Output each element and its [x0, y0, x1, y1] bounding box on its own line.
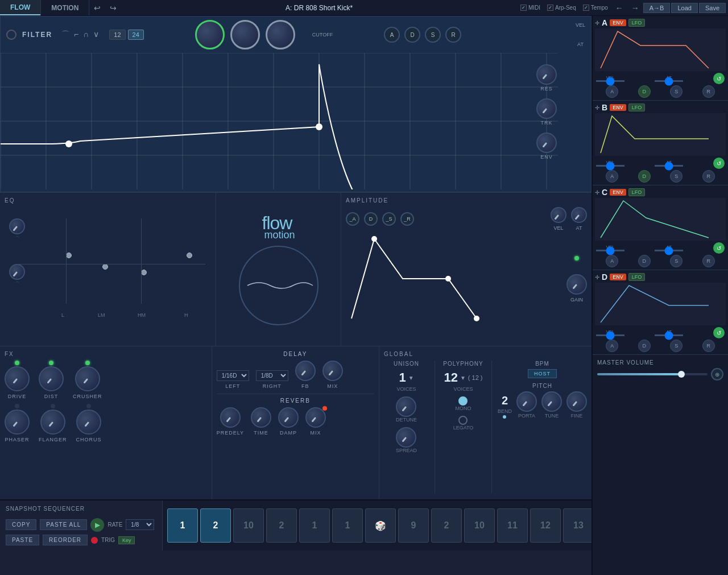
plus-icon-a[interactable]: ✛ — [595, 20, 599, 26]
filter-adsr-r[interactable]: R — [445, 27, 461, 43]
drive-led[interactable] — [15, 361, 19, 365]
master-volume-slider[interactable] — [597, 373, 708, 375]
refresh-btn-c[interactable]: ↺ — [713, 242, 725, 254]
at-slider-c[interactable] — [655, 250, 683, 251]
lfo-btn-c[interactable]: LFO — [628, 188, 646, 196]
bpm-host-badge[interactable]: HOST — [528, 369, 557, 378]
adsr-r-d[interactable]: R — [702, 340, 715, 352]
amp-active-led[interactable] — [574, 256, 579, 260]
tab-motion[interactable]: MOTION — [41, 0, 89, 15]
seq-step-1[interactable]: 1 — [167, 508, 198, 543]
amp-at-knob[interactable] — [571, 207, 587, 223]
at-slider-b[interactable] — [655, 165, 683, 167]
adsr-d-a[interactable]: D — [638, 85, 651, 98]
env-btn-a[interactable]: ENV — [610, 19, 626, 26]
lfo-btn-a[interactable]: LFO — [628, 19, 646, 27]
eq-dot-lm[interactable] — [102, 264, 108, 270]
unison-detune-knob[interactable] — [396, 396, 416, 417]
porta-knob[interactable] — [516, 391, 537, 412]
amp-adsr-s[interactable]: _S — [382, 212, 396, 226]
adsr-s-c[interactable]: S — [670, 255, 682, 267]
adsr-d-b[interactable]: D — [638, 170, 651, 183]
refresh-btn-b[interactable]: ↺ — [713, 158, 725, 169]
phaser-knob[interactable] — [5, 409, 30, 435]
adsr-d-c[interactable]: D — [638, 255, 651, 267]
paste-button[interactable]: PASTE — [6, 535, 39, 545]
eq-dot-l[interactable] — [66, 253, 72, 258]
rate-select[interactable]: 1/81/41/16 — [126, 519, 154, 530]
tune-knob[interactable] — [541, 391, 562, 412]
volume-thumb[interactable] — [678, 371, 685, 378]
slope-24-button[interactable]: 24 — [128, 30, 144, 40]
drive-knob[interactable] — [5, 366, 30, 391]
vel-slider-b[interactable] — [596, 165, 624, 167]
volume-knob-icon[interactable]: ⊕ — [711, 368, 723, 380]
adsr-s-a[interactable]: S — [670, 85, 682, 98]
dist-knob[interactable] — [39, 366, 64, 391]
seq-step-9[interactable]: 2 — [431, 508, 462, 543]
plus-icon-c[interactable]: ✛ — [595, 189, 599, 196]
adsr-a-c[interactable]: A — [606, 255, 618, 267]
chorus-led[interactable] — [86, 404, 91, 408]
res-knob[interactable] — [536, 64, 557, 85]
lfo-btn-b[interactable]: LFO — [628, 104, 646, 111]
nav-right-button[interactable]: → — [627, 0, 643, 16]
filter-adsr-a[interactable]: A — [384, 27, 400, 43]
wave-highpass[interactable]: ⌐ — [74, 30, 78, 40]
adsr-r-b[interactable]: R — [702, 170, 715, 183]
eq-low-knob[interactable] — [9, 218, 25, 234]
seq-step-8[interactable]: 9 — [398, 508, 429, 543]
delay-mix-knob[interactable] — [322, 361, 343, 381]
midi-check[interactable]: MIDI — [520, 5, 540, 11]
flanger-knob[interactable] — [40, 409, 65, 435]
seq-step-2[interactable]: 2 — [200, 508, 231, 543]
flow-circle[interactable] — [239, 246, 318, 325]
vel-slider-a[interactable] — [596, 80, 624, 82]
refresh-btn-a[interactable]: ↺ — [713, 73, 725, 84]
filter-adsr-s[interactable]: S — [425, 27, 441, 43]
undo-button[interactable]: ↩ — [89, 0, 105, 16]
seq-step-7[interactable]: 🎲 — [365, 508, 396, 543]
seq-step-10[interactable]: 10 — [464, 508, 495, 543]
adsr-d-d[interactable]: D — [638, 340, 651, 352]
delay-fb-knob[interactable] — [295, 361, 316, 381]
tempo-check[interactable]: Tempo — [583, 5, 608, 11]
filter-power-button[interactable] — [6, 30, 16, 40]
midi-checkbox[interactable] — [520, 5, 527, 11]
paste-all-button[interactable]: PASTE ALL — [40, 519, 87, 530]
crusher-led[interactable] — [85, 361, 90, 365]
reverb-predely-knob[interactable] — [220, 407, 241, 428]
adsr-r-c[interactable]: R — [702, 255, 715, 267]
cutoff-knob-1[interactable] — [195, 20, 225, 49]
filter-adsr-d[interactable]: D — [404, 27, 420, 43]
copy-button[interactable]: COPY — [6, 519, 36, 530]
legato-indicator[interactable] — [458, 416, 468, 425]
seq-step-13[interactable]: 13 — [563, 508, 592, 543]
env-btn-c[interactable]: ENV — [610, 189, 626, 196]
adsr-a-b[interactable]: A — [606, 170, 618, 183]
lfo-btn-d[interactable]: LFO — [628, 273, 646, 281]
trk-knob[interactable] — [536, 98, 557, 119]
cutoff-knob-3[interactable] — [266, 20, 295, 49]
reorder-button[interactable]: REORDER — [43, 535, 88, 545]
amp-adsr-r[interactable]: _R — [400, 212, 414, 226]
crusher-knob[interactable] — [75, 366, 100, 391]
phaser-led[interactable] — [15, 404, 19, 408]
tempo-checkbox[interactable] — [583, 5, 589, 11]
amp-adsr-a[interactable]: _A — [346, 212, 359, 226]
save-button[interactable]: Save — [699, 3, 726, 13]
delay-left-select[interactable]: 1/16D1/8D1/4 — [217, 370, 249, 381]
chorus-knob[interactable] — [76, 409, 101, 435]
eq-high-knob[interactable] — [9, 264, 25, 280]
env-btn-d[interactable]: ENV — [610, 274, 626, 280]
adsr-s-d[interactable]: S — [670, 340, 682, 352]
plus-icon-b[interactable]: ✛ — [595, 105, 599, 111]
adsr-a-d[interactable]: A — [606, 340, 618, 352]
seq-step-11[interactable]: 11 — [497, 508, 528, 543]
flanger-led[interactable] — [51, 404, 55, 408]
vel-slider-c[interactable] — [596, 250, 624, 251]
reverb-damp-knob[interactable] — [278, 407, 299, 428]
redo-button[interactable]: ↪ — [105, 0, 121, 16]
adsr-a-a[interactable]: A — [606, 85, 618, 98]
nav-left-button[interactable]: ← — [611, 0, 627, 16]
